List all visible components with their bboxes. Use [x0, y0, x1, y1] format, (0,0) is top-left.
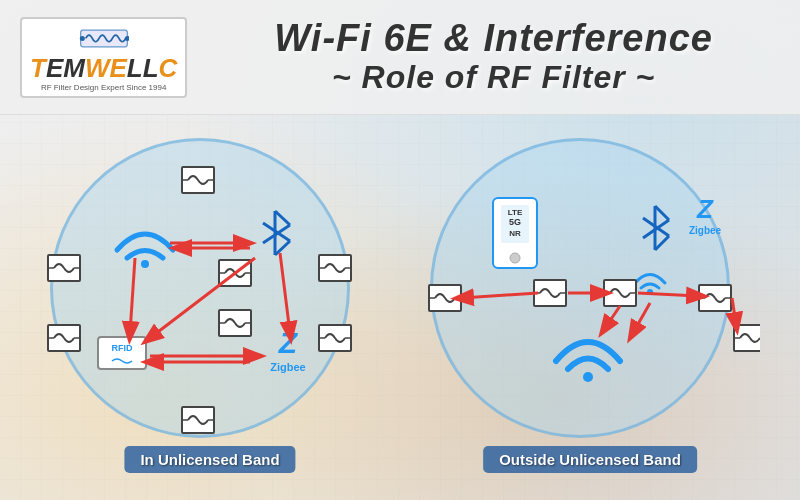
header: T EM WE LL C RF Filter Design Expert Sin…: [0, 0, 800, 115]
svg-text:LTE: LTE: [508, 208, 523, 217]
title-line2: ~ Role of RF Filter ~: [207, 59, 780, 96]
right-panel-svg: LTE 5G NR: [420, 138, 760, 478]
svg-line-53: [655, 236, 669, 250]
left-panel-container: RFID Z Zigbee: [40, 138, 380, 478]
logo-area: T EM WE LL C RF Filter Design Expert Sin…: [20, 17, 187, 98]
logo-box: T EM WE LL C RF Filter Design Expert Sin…: [20, 17, 187, 98]
svg-line-76: [638, 293, 698, 296]
main-container: T EM WE LL C RF Filter Design Expert Sin…: [0, 0, 800, 500]
svg-text:Z: Z: [696, 194, 714, 224]
svg-point-3: [141, 260, 149, 268]
svg-line-51: [655, 206, 669, 220]
svg-point-55: [583, 372, 593, 382]
logo-rf-icon: [79, 23, 129, 53]
svg-text:5G: 5G: [509, 217, 521, 227]
svg-text:Zigbee: Zigbee: [689, 225, 722, 236]
svg-rect-9: [98, 337, 146, 369]
svg-line-7: [275, 241, 290, 255]
svg-line-77: [732, 298, 736, 324]
svg-text:RFID: RFID: [112, 343, 133, 353]
title-line1: Wi-Fi 6E & Interference: [207, 18, 780, 60]
title-area: Wi-Fi 6E & Interference ~ Role of RF Fil…: [207, 18, 780, 97]
svg-line-5: [275, 211, 290, 225]
svg-line-42: [280, 253, 290, 333]
svg-line-78: [605, 306, 620, 328]
svg-line-39: [130, 258, 135, 333]
svg-line-79: [633, 303, 650, 333]
right-panel-container: LTE 5G NR: [420, 138, 760, 478]
right-panel-label: Outside Unlicensed Band: [483, 446, 697, 473]
content-area: RFID Z Zigbee: [0, 115, 800, 500]
logo-subtitle: RF Filter Design Expert Since 1994: [41, 83, 166, 92]
left-panel-label: In Unlicensed Band: [124, 446, 295, 473]
svg-line-74: [462, 293, 538, 298]
svg-point-1: [79, 35, 84, 40]
svg-text:Zigbee: Zigbee: [270, 361, 305, 373]
left-panel-svg: RFID Z Zigbee: [40, 138, 380, 478]
svg-text:NR: NR: [509, 229, 521, 238]
svg-rect-0: [80, 30, 127, 47]
svg-point-49: [510, 253, 520, 263]
